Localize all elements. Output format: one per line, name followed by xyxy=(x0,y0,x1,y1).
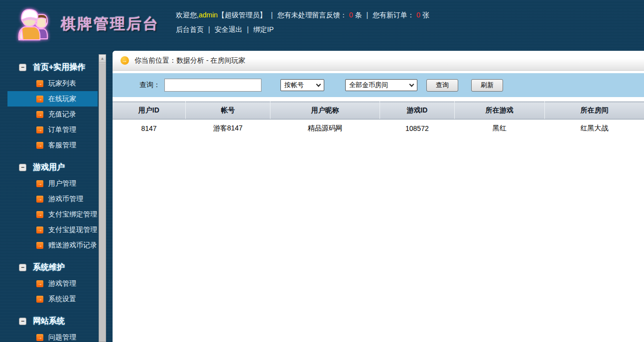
sidebar-section-header[interactable]: −系统维护 xyxy=(0,259,98,276)
content-panel: → 你当前位置：数据分析 - 在房间玩家 查询： 按帐号 全部金币房间 查询 刷… xyxy=(113,51,644,342)
username-text: admin xyxy=(199,11,218,19)
sidebar-item[interactable]: →订单管理 xyxy=(7,122,98,137)
nav-link-logout[interactable]: 安全退出 xyxy=(215,25,243,33)
arrow-icon: → xyxy=(36,180,43,187)
room-select-value: 全部金币房间 xyxy=(349,81,388,90)
sidebar-section-header[interactable]: −网站系统 xyxy=(0,313,98,330)
separator: | xyxy=(204,25,215,33)
sidebar-item[interactable]: →用户管理 xyxy=(7,176,98,191)
table-row[interactable]: 8147游客8147精品源码网108572黑红红黑大战 xyxy=(113,119,644,137)
page-root: 棋牌管理后台 欢迎您,admin【超级管理员】|您有未处理留言反馈：0条|您有新… xyxy=(0,0,644,342)
collapse-icon[interactable]: − xyxy=(19,318,26,325)
sidebar-item-label: 客服管理 xyxy=(48,141,76,150)
sidebar-item[interactable]: →问题管理 xyxy=(7,330,98,342)
sidebar-section-header[interactable]: −游戏用户 xyxy=(0,159,98,176)
top-nav: 后台首页|安全退出|绑定IP xyxy=(176,25,429,34)
role-text: 【超级管理员】 xyxy=(218,11,266,19)
table-column-header: 用户昵称 xyxy=(270,102,380,119)
table-column-header: 游戏ID xyxy=(380,102,454,119)
sidebar-scrollbar[interactable]: ▲ xyxy=(99,54,106,342)
feedback-label: 您有未处理留言反馈： xyxy=(277,11,347,19)
sidebar-item[interactable]: →系统设置 xyxy=(7,291,98,307)
search-field-value: 按帐号 xyxy=(284,81,304,90)
scrollbar-thumb[interactable] xyxy=(99,63,106,342)
sidebar-item-label: 游戏币管理 xyxy=(48,195,83,204)
table-cell: 108572 xyxy=(380,119,454,137)
refresh-button[interactable]: 刷新 xyxy=(471,79,503,92)
filter-bar: 查询： 按帐号 全部金币房间 查询 刷新 xyxy=(113,73,644,97)
sidebar-item-label: 赠送游戏币记录 xyxy=(48,241,97,250)
sidebar-section-header[interactable]: −首页+实用操作 xyxy=(0,59,98,76)
table-cell: 精品源码网 xyxy=(270,119,380,137)
sidebar-item-label: 系统设置 xyxy=(48,295,76,304)
nav-link-home[interactable]: 后台首页 xyxy=(176,25,204,33)
nav-link-bind-ip[interactable]: 绑定IP xyxy=(253,25,273,33)
collapse-icon[interactable]: − xyxy=(19,64,26,71)
query-button[interactable]: 查询 xyxy=(426,79,458,92)
table-column-header: 所在游戏 xyxy=(454,102,544,119)
sidebar-item-label: 在线玩家 xyxy=(48,95,76,104)
search-field-select[interactable]: 按帐号 xyxy=(280,79,324,91)
sidebar-item[interactable]: →支付宝绑定管理 xyxy=(7,207,98,222)
sidebar-item[interactable]: →赠送游戏币记录 xyxy=(7,237,98,253)
table-column-header: 所在房间 xyxy=(544,102,644,119)
sidebar-menu: −首页+实用操作→玩家列表→在线玩家→充值记录→订单管理→客服管理−游戏用户→用… xyxy=(0,53,98,342)
arrow-icon: → xyxy=(36,211,43,218)
chevron-down-icon xyxy=(316,82,321,87)
sidebar-section-label: 首页+实用操作 xyxy=(33,62,85,73)
arrow-icon: → xyxy=(36,96,43,103)
room-select[interactable]: 全部金币房间 xyxy=(345,79,417,91)
table-cell: 8147 xyxy=(113,119,185,137)
table-cell: 红黑大战 xyxy=(544,119,644,137)
arrow-icon: → xyxy=(36,242,43,249)
sidebar-item[interactable]: →客服管理 xyxy=(7,137,98,153)
query-input[interactable] xyxy=(164,79,261,92)
sidebar-item[interactable]: →游戏管理 xyxy=(7,276,98,291)
orders-count: 0 xyxy=(414,11,422,19)
arrow-icon: → xyxy=(36,80,43,87)
chevron-down-icon xyxy=(409,82,414,87)
scroll-up-icon: ▲ xyxy=(101,56,105,61)
arrow-icon: → xyxy=(36,196,43,203)
arrow-icon: → xyxy=(36,126,43,133)
sidebar-item-label: 支付宝提现管理 xyxy=(48,226,97,234)
table-header-row: 用户ID帐号用户昵称游戏ID所在游戏所在房间 xyxy=(113,102,644,119)
table-body: 8147游客8147精品源码网108572黑红红黑大战 xyxy=(113,119,644,137)
sidebar-item-label: 用户管理 xyxy=(48,179,76,188)
orders-unit: 张 xyxy=(422,11,429,19)
sidebar-item[interactable]: →充值记录 xyxy=(7,107,98,122)
breadcrumb-path: 数据分析 - 在房间玩家 xyxy=(176,56,245,64)
breadcrumb: → 你当前位置：数据分析 - 在房间玩家 xyxy=(113,51,644,71)
sidebar-item-label: 充值记录 xyxy=(48,110,76,119)
separator: | xyxy=(266,11,277,19)
sidebar-item-label: 支付宝绑定管理 xyxy=(48,210,97,219)
separator: | xyxy=(243,25,254,33)
arrow-icon: → xyxy=(36,334,43,341)
arrow-icon: → xyxy=(36,111,43,118)
sidebar-item-label: 订单管理 xyxy=(48,125,76,134)
table-cell: 游客8147 xyxy=(185,119,270,137)
sidebar-item[interactable]: →在线玩家 xyxy=(7,91,98,107)
sidebar-item[interactable]: →支付宝提现管理 xyxy=(7,222,98,237)
app-title: 棋牌管理后台 xyxy=(61,14,159,34)
sidebar-item[interactable]: →游戏币管理 xyxy=(7,191,98,207)
collapse-icon[interactable]: − xyxy=(19,164,26,171)
collapse-icon[interactable]: − xyxy=(19,264,26,271)
scroll-up-button[interactable]: ▲ xyxy=(99,55,106,63)
arrow-icon: → xyxy=(36,227,43,233)
arrow-icon: → xyxy=(36,296,43,303)
sidebar-item[interactable]: →玩家列表 xyxy=(7,76,98,91)
welcome-line: 欢迎您,admin【超级管理员】|您有未处理留言反馈：0条|您有新订单：0张 xyxy=(176,11,429,20)
feedback-unit: 条 xyxy=(355,11,362,19)
feedback-count: 0 xyxy=(347,11,355,19)
separator: | xyxy=(362,11,373,19)
body-row: −首页+实用操作→玩家列表→在线玩家→充值记录→订单管理→客服管理−游戏用户→用… xyxy=(0,48,644,342)
arrow-icon: → xyxy=(36,280,43,287)
app-logo-icon xyxy=(13,4,54,44)
breadcrumb-text: 你当前位置：数据分析 - 在房间玩家 xyxy=(134,56,245,65)
table-cell: 黑红 xyxy=(454,119,544,137)
logo-area: 棋牌管理后台 xyxy=(13,4,159,44)
table-column-header: 帐号 xyxy=(185,102,270,119)
top-header: 棋牌管理后台 欢迎您,admin【超级管理员】|您有未处理留言反馈：0条|您有新… xyxy=(0,0,644,48)
welcome-greeting: 欢迎您, xyxy=(176,11,199,19)
